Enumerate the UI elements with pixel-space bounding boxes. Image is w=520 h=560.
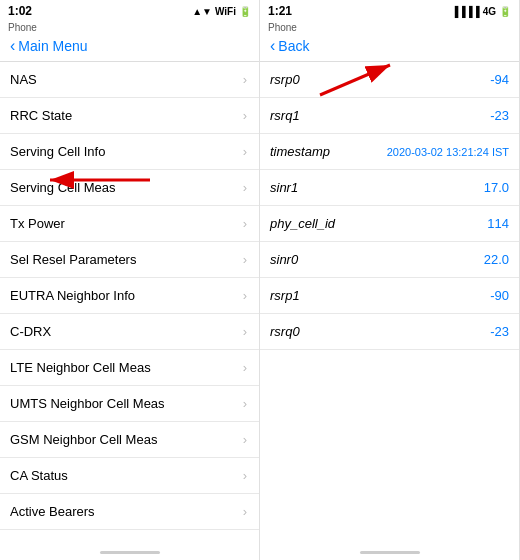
detail-item: timestamp 2020-03-02 13:21:24 IST	[260, 134, 519, 170]
menu-chevron-icon: ›	[243, 252, 247, 267]
menu-chevron-icon: ›	[243, 180, 247, 195]
menu-item-label: Serving Cell Meas	[10, 180, 116, 195]
menu-item[interactable]: RRC State ›	[0, 98, 259, 134]
left-back-label: Main Menu	[18, 38, 87, 54]
detail-value: -23	[490, 108, 509, 123]
detail-key: sinr0	[270, 252, 298, 267]
menu-item-label: LTE Neighbor Cell Meas	[10, 360, 151, 375]
4g-icon: 4G	[483, 6, 496, 17]
detail-key: timestamp	[270, 144, 330, 159]
menu-item-label: NAS	[10, 72, 37, 87]
detail-value: 22.0	[484, 252, 509, 267]
menu-item-label: UMTS Neighbor Cell Meas	[10, 396, 165, 411]
signal-icon: ▐▐▐▐	[451, 6, 479, 17]
menu-chevron-icon: ›	[243, 360, 247, 375]
detail-value: 2020-03-02 13:21:24 IST	[387, 146, 509, 158]
detail-value: -94	[490, 72, 509, 87]
menu-item[interactable]: Serving Cell Meas ›	[0, 170, 259, 206]
menu-item[interactable]: C-DRX ›	[0, 314, 259, 350]
right-panel: 1:21 ▐▐▐▐ 4G 🔋 Phone ‹ Back rsrp0 -94 rs…	[260, 0, 520, 560]
left-home-indicator	[100, 551, 160, 554]
menu-chevron-icon: ›	[243, 432, 247, 447]
menu-item-label: Active Bearers	[10, 504, 95, 519]
left-nav-back[interactable]: ‹ Main Menu	[10, 37, 249, 55]
left-menu-list: NAS › RRC State › Serving Cell Info › Se…	[0, 62, 259, 544]
left-nav-header: ‹ Main Menu	[0, 35, 259, 62]
detail-value: 114	[487, 216, 509, 231]
detail-value: -23	[490, 324, 509, 339]
detail-item: rsrq1 -23	[260, 98, 519, 134]
menu-item-label: Serving Cell Info	[10, 144, 105, 159]
menu-chevron-icon: ›	[243, 216, 247, 231]
menu-item-label: GSM Neighbor Cell Meas	[10, 432, 157, 447]
detail-item: sinr0 22.0	[260, 242, 519, 278]
detail-key: rsrq1	[270, 108, 300, 123]
right-back-label: Back	[278, 38, 309, 54]
menu-item[interactable]: UMTS Neighbor Cell Meas ›	[0, 386, 259, 422]
menu-chevron-icon: ›	[243, 504, 247, 519]
right-back-chevron-icon: ‹	[270, 37, 275, 55]
right-status-icons: ▐▐▐▐ 4G 🔋	[451, 6, 511, 17]
right-home-indicator	[360, 551, 420, 554]
menu-item-label: CA Status	[10, 468, 68, 483]
back-chevron-icon: ‹	[10, 37, 15, 55]
left-bottom-bar	[0, 544, 259, 560]
wifi-icon: ▲▼	[192, 6, 212, 17]
menu-chevron-icon: ›	[243, 72, 247, 87]
detail-key: sinr1	[270, 180, 298, 195]
detail-value: -90	[490, 288, 509, 303]
detail-item: rsrp0 -94	[260, 62, 519, 98]
menu-chevron-icon: ›	[243, 144, 247, 159]
menu-item[interactable]: LTE Neighbor Cell Meas ›	[0, 350, 259, 386]
left-carrier-label: Phone	[8, 22, 37, 33]
detail-value: 17.0	[484, 180, 509, 195]
right-nav-header: ‹ Back	[260, 35, 519, 62]
menu-chevron-icon: ›	[243, 324, 247, 339]
menu-item[interactable]: GSM Neighbor Cell Meas ›	[0, 422, 259, 458]
menu-item[interactable]: Sel Resel Parameters ›	[0, 242, 259, 278]
detail-item: rsrq0 -23	[260, 314, 519, 350]
right-battery-icon: 🔋	[499, 6, 511, 17]
menu-chevron-icon: ›	[243, 108, 247, 123]
right-time: 1:21	[268, 4, 292, 18]
left-carrier: Phone	[0, 22, 259, 35]
left-time: 1:02	[8, 4, 32, 18]
right-bottom-bar	[260, 544, 519, 560]
detail-key: rsrp1	[270, 288, 300, 303]
wifi2-icon: WiFi	[215, 6, 236, 17]
right-carrier-label: Phone	[268, 22, 297, 33]
battery-icon: 🔋	[239, 6, 251, 17]
detail-item: phy_cell_id 114	[260, 206, 519, 242]
right-status-bar: 1:21 ▐▐▐▐ 4G 🔋	[260, 0, 519, 22]
right-nav-back[interactable]: ‹ Back	[270, 37, 509, 55]
menu-item[interactable]: Tx Power ›	[0, 206, 259, 242]
detail-key: phy_cell_id	[270, 216, 335, 231]
detail-key: rsrq0	[270, 324, 300, 339]
menu-item[interactable]: Active Bearers ›	[0, 494, 259, 530]
menu-chevron-icon: ›	[243, 468, 247, 483]
menu-item-label: Tx Power	[10, 216, 65, 231]
left-status-icons: ▲▼ WiFi 🔋	[192, 6, 251, 17]
detail-key: rsrp0	[270, 72, 300, 87]
menu-item[interactable]: CA Status ›	[0, 458, 259, 494]
menu-item-label: EUTRA Neighbor Info	[10, 288, 135, 303]
menu-item-label: RRC State	[10, 108, 72, 123]
menu-chevron-icon: ›	[243, 288, 247, 303]
left-panel: 1:02 ▲▼ WiFi 🔋 Phone ‹ Main Menu NAS › R…	[0, 0, 260, 560]
menu-item-label: C-DRX	[10, 324, 51, 339]
menu-item[interactable]: Serving Cell Info ›	[0, 134, 259, 170]
menu-chevron-icon: ›	[243, 396, 247, 411]
right-detail-list: rsrp0 -94 rsrq1 -23 timestamp 2020-03-02…	[260, 62, 519, 544]
left-status-bar: 1:02 ▲▼ WiFi 🔋	[0, 0, 259, 22]
detail-item: rsrp1 -90	[260, 278, 519, 314]
menu-item-label: Sel Resel Parameters	[10, 252, 136, 267]
right-carrier: Phone	[260, 22, 519, 35]
menu-item[interactable]: NAS ›	[0, 62, 259, 98]
detail-item: sinr1 17.0	[260, 170, 519, 206]
menu-item[interactable]: EUTRA Neighbor Info ›	[0, 278, 259, 314]
